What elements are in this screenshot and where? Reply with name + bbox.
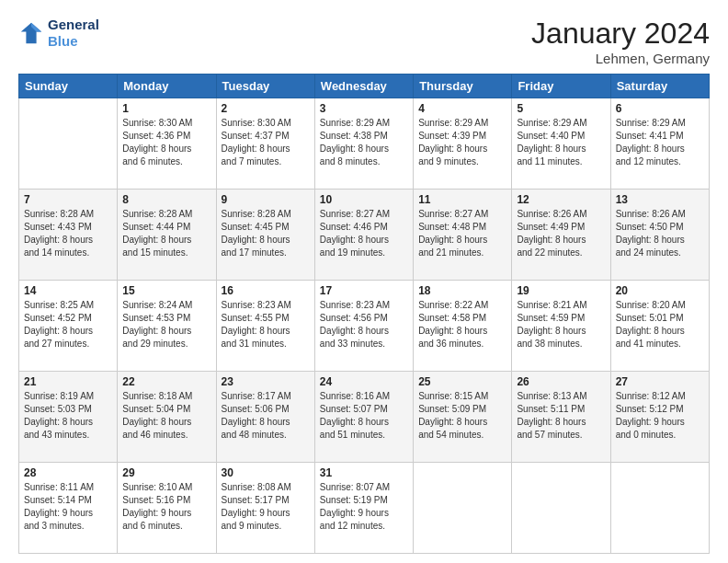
calendar-cell [512, 463, 610, 554]
day-number: 11 [418, 193, 506, 206]
day-number: 27 [616, 375, 704, 388]
logo-icon [18, 20, 44, 46]
calendar-week-row: 14Sunrise: 8:25 AM Sunset: 4:52 PM Dayli… [19, 281, 710, 372]
calendar-cell: 20Sunrise: 8:20 AM Sunset: 5:01 PM Dayli… [610, 281, 709, 372]
logo-text: General Blue [48, 17, 99, 50]
day-info: Sunrise: 8:30 AM Sunset: 4:36 PM Dayligh… [122, 117, 210, 168]
day-number: 5 [517, 102, 605, 115]
day-info: Sunrise: 8:28 AM Sunset: 4:43 PM Dayligh… [24, 208, 112, 259]
calendar-cell [19, 98, 118, 190]
calendar-cell: 9Sunrise: 8:28 AM Sunset: 4:45 PM Daylig… [216, 190, 314, 281]
day-number: 20 [616, 284, 704, 297]
main-title: January 2024 [531, 17, 710, 51]
header: General Blue January 2024 Lehmen, German… [18, 17, 710, 66]
calendar-header-row: SundayMondayTuesdayWednesdayThursdayFrid… [19, 75, 710, 98]
calendar-cell: 13Sunrise: 8:26 AM Sunset: 4:50 PM Dayli… [610, 190, 709, 281]
day-number: 25 [418, 375, 506, 388]
day-info: Sunrise: 8:22 AM Sunset: 4:58 PM Dayligh… [418, 299, 506, 350]
day-info: Sunrise: 8:12 AM Sunset: 5:12 PM Dayligh… [616, 390, 704, 442]
calendar-day-header: Thursday [414, 75, 512, 98]
calendar-cell: 5Sunrise: 8:29 AM Sunset: 4:40 PM Daylig… [512, 98, 610, 190]
calendar-cell: 15Sunrise: 8:24 AM Sunset: 4:53 PM Dayli… [118, 281, 216, 372]
calendar-cell: 28Sunrise: 8:11 AM Sunset: 5:14 PM Dayli… [19, 463, 118, 554]
day-info: Sunrise: 8:20 AM Sunset: 5:01 PM Dayligh… [616, 299, 704, 350]
calendar-week-row: 7Sunrise: 8:28 AM Sunset: 4:43 PM Daylig… [19, 190, 710, 281]
day-number: 28 [24, 466, 112, 479]
day-info: Sunrise: 8:29 AM Sunset: 4:39 PM Dayligh… [418, 117, 506, 168]
day-number: 2 [222, 102, 310, 115]
calendar-cell: 17Sunrise: 8:23 AM Sunset: 4:56 PM Dayli… [314, 281, 413, 372]
day-number: 6 [616, 102, 704, 115]
day-number: 14 [24, 284, 112, 297]
calendar-week-row: 21Sunrise: 8:19 AM Sunset: 5:03 PM Dayli… [19, 372, 710, 463]
calendar-cell: 24Sunrise: 8:16 AM Sunset: 5:07 PM Dayli… [314, 372, 413, 463]
calendar-cell: 11Sunrise: 8:27 AM Sunset: 4:48 PM Dayli… [414, 190, 512, 281]
day-number: 17 [320, 284, 408, 297]
calendar-cell: 21Sunrise: 8:19 AM Sunset: 5:03 PM Dayli… [19, 372, 118, 463]
day-number: 7 [24, 193, 112, 206]
day-number: 29 [122, 466, 210, 479]
calendar-cell [414, 463, 512, 554]
day-info: Sunrise: 8:18 AM Sunset: 5:04 PM Dayligh… [122, 390, 210, 442]
day-number: 13 [616, 193, 704, 206]
day-info: Sunrise: 8:08 AM Sunset: 5:17 PM Dayligh… [222, 481, 310, 533]
calendar-cell: 16Sunrise: 8:23 AM Sunset: 4:55 PM Dayli… [216, 281, 314, 372]
day-info: Sunrise: 8:17 AM Sunset: 5:06 PM Dayligh… [222, 390, 310, 442]
calendar-cell: 1Sunrise: 8:30 AM Sunset: 4:36 PM Daylig… [118, 98, 216, 190]
day-number: 16 [222, 284, 310, 297]
day-info: Sunrise: 8:26 AM Sunset: 4:49 PM Dayligh… [517, 208, 605, 259]
day-number: 23 [222, 375, 310, 388]
day-info: Sunrise: 8:19 AM Sunset: 5:03 PM Dayligh… [24, 390, 112, 442]
day-info: Sunrise: 8:28 AM Sunset: 4:44 PM Dayligh… [122, 208, 210, 259]
calendar-table: SundayMondayTuesdayWednesdayThursdayFrid… [18, 74, 710, 554]
calendar-day-header: Wednesday [314, 75, 413, 98]
calendar-week-row: 28Sunrise: 8:11 AM Sunset: 5:14 PM Dayli… [19, 463, 710, 554]
day-number: 26 [517, 375, 605, 388]
day-number: 18 [418, 284, 506, 297]
day-info: Sunrise: 8:29 AM Sunset: 4:40 PM Dayligh… [517, 117, 605, 168]
calendar-cell: 31Sunrise: 8:07 AM Sunset: 5:19 PM Dayli… [314, 463, 413, 554]
calendar-cell: 25Sunrise: 8:15 AM Sunset: 5:09 PM Dayli… [414, 372, 512, 463]
day-info: Sunrise: 8:24 AM Sunset: 4:53 PM Dayligh… [122, 299, 210, 350]
day-info: Sunrise: 8:25 AM Sunset: 4:52 PM Dayligh… [24, 299, 112, 350]
calendar-day-header: Monday [118, 75, 216, 98]
calendar-cell: 18Sunrise: 8:22 AM Sunset: 4:58 PM Dayli… [414, 281, 512, 372]
day-info: Sunrise: 8:16 AM Sunset: 5:07 PM Dayligh… [320, 390, 408, 442]
subtitle: Lehmen, Germany [531, 51, 710, 66]
day-number: 19 [517, 284, 605, 297]
calendar-cell: 4Sunrise: 8:29 AM Sunset: 4:39 PM Daylig… [414, 98, 512, 190]
calendar-cell: 6Sunrise: 8:29 AM Sunset: 4:41 PM Daylig… [610, 98, 709, 190]
day-number: 12 [517, 193, 605, 206]
day-number: 9 [222, 193, 310, 206]
day-number: 3 [320, 102, 408, 115]
calendar-day-header: Tuesday [216, 75, 314, 98]
day-info: Sunrise: 8:28 AM Sunset: 4:45 PM Dayligh… [222, 208, 310, 259]
calendar-week-row: 1Sunrise: 8:30 AM Sunset: 4:36 PM Daylig… [19, 98, 710, 190]
calendar-day-header: Sunday [19, 75, 118, 98]
calendar-cell: 3Sunrise: 8:29 AM Sunset: 4:38 PM Daylig… [314, 98, 413, 190]
day-info: Sunrise: 8:11 AM Sunset: 5:14 PM Dayligh… [24, 481, 112, 533]
day-number: 10 [320, 193, 408, 206]
calendar-cell: 19Sunrise: 8:21 AM Sunset: 4:59 PM Dayli… [512, 281, 610, 372]
calendar-day-header: Saturday [610, 75, 709, 98]
title-block: January 2024 Lehmen, Germany [531, 17, 710, 66]
day-number: 15 [122, 284, 210, 297]
day-info: Sunrise: 8:23 AM Sunset: 4:55 PM Dayligh… [222, 299, 310, 350]
calendar-cell: 29Sunrise: 8:10 AM Sunset: 5:16 PM Dayli… [118, 463, 216, 554]
day-info: Sunrise: 8:15 AM Sunset: 5:09 PM Dayligh… [418, 390, 506, 442]
day-info: Sunrise: 8:23 AM Sunset: 4:56 PM Dayligh… [320, 299, 408, 350]
calendar-cell: 26Sunrise: 8:13 AM Sunset: 5:11 PM Dayli… [512, 372, 610, 463]
day-number: 24 [320, 375, 408, 388]
day-info: Sunrise: 8:21 AM Sunset: 4:59 PM Dayligh… [517, 299, 605, 350]
day-info: Sunrise: 8:26 AM Sunset: 4:50 PM Dayligh… [616, 208, 704, 259]
day-number: 31 [320, 466, 408, 479]
day-number: 1 [122, 102, 210, 115]
logo: General Blue [18, 17, 99, 50]
day-number: 4 [418, 102, 506, 115]
day-info: Sunrise: 8:13 AM Sunset: 5:11 PM Dayligh… [517, 390, 605, 442]
page: General Blue January 2024 Lehmen, German… [0, 0, 728, 563]
calendar-cell: 7Sunrise: 8:28 AM Sunset: 4:43 PM Daylig… [19, 190, 118, 281]
day-number: 21 [24, 375, 112, 388]
calendar-day-header: Friday [512, 75, 610, 98]
day-info: Sunrise: 8:30 AM Sunset: 4:37 PM Dayligh… [222, 117, 310, 168]
